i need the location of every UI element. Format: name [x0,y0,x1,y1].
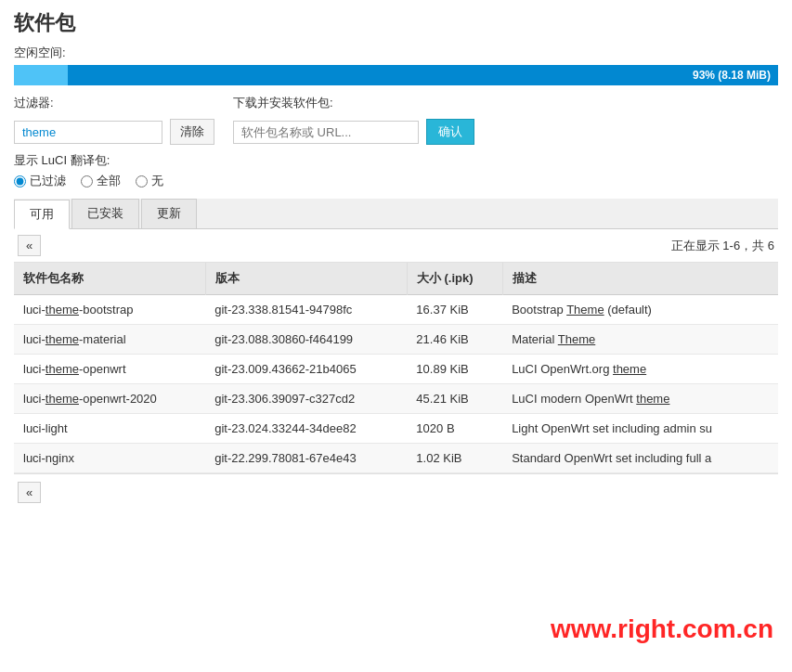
pkg-desc-cell: Material Theme [502,325,778,355]
storage-progress-bar: 93% (8.18 MiB) [14,65,778,85]
top-nav-row: « 正在显示 1-6，共 6 [14,229,778,263]
confirm-button[interactable]: 确认 [426,119,474,145]
storage-progress-fill: 93% (8.18 MiB) [68,65,778,85]
table-row: luci-theme-openwrt-2020git-23.306.39097-… [14,384,778,414]
col-version: 版本 [205,263,407,295]
storage-label: 空闲空间: [14,45,778,61]
table-row: luci-theme-materialgit-23.088.30860-f464… [14,325,778,355]
bottom-nav-row: « [14,473,778,510]
install-section: 下载并安装软件包: 确认 [233,95,474,145]
pkg-size-cell: 1.02 KiB [407,444,502,473]
pkg-desc-cell: Standard OpenWrt set including full a [502,444,778,473]
pkg-version-cell: git-22.299.78081-67e4e43 [205,444,407,473]
filter-section: 过滤器: theme 清除 [14,95,214,145]
table-row: luci-lightgit-23.024.33244-34dee821020 B… [14,414,778,444]
install-row: 确认 [233,119,474,145]
pkg-name-cell: luci-theme-bootstrap [14,295,205,325]
pkg-size-cell: 10.89 KiB [407,355,502,384]
filter-row: theme 清除 [14,119,214,145]
radio-all[interactable]: 全部 [81,173,121,189]
filter-input[interactable]: theme [14,121,162,144]
install-label: 下载并安装软件包: [233,95,474,111]
page-title: 软件包 [14,9,778,37]
bottom-prev-button[interactable]: « [18,482,41,503]
pkg-size-cell: 16.37 KiB [407,295,502,325]
radio-filtered-label: 已过滤 [30,173,66,189]
install-input[interactable] [233,121,419,144]
col-size: 大小 (.ipk) [407,263,502,295]
pkg-desc-cell: Light OpenWrt set including admin su [502,414,778,444]
pkg-name-cell: luci-theme-openwrt [14,355,205,384]
pkg-desc-cell: LuCI OpenWrt.org theme [502,355,778,384]
packages-table: 软件包名称 版本 大小 (.ipk) 描述 luci-theme-bootstr… [14,263,778,473]
pkg-name-cell: luci-theme-openwrt-2020 [14,384,205,414]
pkg-version-cell: git-23.338.81541-94798fc [205,295,407,325]
pkg-name-cell: luci-nginx [14,444,205,473]
pkg-size-cell: 21.46 KiB [407,325,502,355]
pkg-desc-cell: Bootstrap Theme (default) [502,295,778,325]
tabs-container: 可用 已安装 更新 [14,199,778,229]
radio-none[interactable]: 无 [136,173,163,189]
clear-button[interactable]: 清除 [170,119,214,145]
pkg-name-cell: luci-theme-material [14,325,205,355]
top-controls: 过滤器: theme 清除 下载并安装软件包: 确认 [14,95,778,145]
radio-all-label: 全部 [97,173,121,189]
tab-available[interactable]: 可用 [14,200,70,229]
table-row: luci-theme-bootstrapgit-23.338.81541-947… [14,295,778,325]
luci-trans-label: 显示 LuCI 翻译包: [14,152,778,169]
page-info: 正在显示 1-6，共 6 [671,238,774,254]
radio-filtered[interactable]: 已过滤 [14,173,66,189]
tab-updates[interactable]: 更新 [141,199,197,228]
radio-none-label: 无 [151,173,163,189]
pkg-size-cell: 45.21 KiB [407,384,502,414]
pkg-size-cell: 1020 B [407,414,502,444]
pkg-version-cell: git-23.088.30860-f464199 [205,325,407,355]
storage-progress-text: 93% (8.18 MiB) [693,69,771,82]
pkg-version-cell: git-23.024.33244-34dee82 [205,414,407,444]
pkg-version-cell: git-23.306.39097-c327cd2 [205,384,407,414]
tab-installed[interactable]: 已安装 [71,199,139,228]
radio-group: 已过滤 全部 无 [14,173,778,189]
col-desc: 描述 [502,263,778,295]
pkg-version-cell: git-23.009.43662-21b4065 [205,355,407,384]
luci-trans-section: 显示 LuCI 翻译包: 已过滤 全部 无 [14,152,778,189]
col-name: 软件包名称 [14,263,205,295]
prev-page-button[interactable]: « [18,235,41,256]
filter-label: 过滤器: [14,95,214,111]
pkg-name-cell: luci-light [14,414,205,444]
pkg-desc-cell: LuCI modern OpenWrt theme [502,384,778,414]
table-row: luci-nginxgit-22.299.78081-67e4e431.02 K… [14,444,778,473]
table-row: luci-theme-openwrtgit-23.009.43662-21b40… [14,355,778,384]
